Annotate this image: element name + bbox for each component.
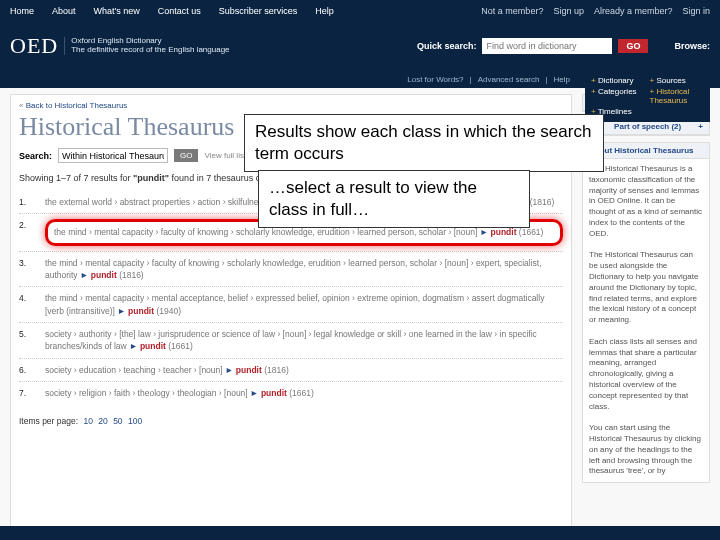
result-row[interactable]: 6. society › education › teaching › teac… [19, 358, 563, 381]
result-row[interactable]: 3. the mind › mental capacity › faculty … [19, 251, 563, 287]
ipp-10[interactable]: 10 [83, 416, 92, 426]
expand-icon[interactable]: ► [117, 306, 125, 316]
nav-subs[interactable]: Subscriber services [219, 6, 298, 16]
signin-link[interactable]: Sign in [682, 6, 710, 16]
quick-search-input[interactable] [482, 38, 612, 54]
logo-text: OED [10, 33, 58, 59]
result-row[interactable]: 7. society › religion › faith › theology… [19, 381, 563, 404]
page-title: Historical Thesaurus [19, 112, 234, 142]
nav-home[interactable]: Home [10, 6, 34, 16]
result-row[interactable]: 4. the mind › mental capacity › mental a… [19, 286, 563, 322]
breadcrumb: « Back to Historical Thesaurus [19, 101, 563, 110]
nav-help[interactable]: Help [315, 6, 334, 16]
logo-tag2: The definitive record of the English lan… [71, 46, 229, 55]
browse-dictionary[interactable]: + Dictionary [591, 76, 646, 85]
browse-thesaurus[interactable]: + Historical Thesaurus [650, 87, 705, 105]
quick-search-label: Quick search: [417, 41, 477, 51]
local-search-input[interactable] [58, 148, 168, 163]
local-search-go-button[interactable]: GO [174, 149, 198, 162]
expand-icon[interactable]: ► [80, 270, 88, 280]
local-search-label: Search: [19, 151, 52, 161]
expand-icon[interactable]: ► [129, 341, 137, 351]
browse-sources[interactable]: + Sources [650, 76, 705, 85]
expand-icon[interactable]: ► [480, 227, 488, 237]
ipp-100[interactable]: 100 [128, 416, 142, 426]
result-row[interactable]: 5. society › authority › [the] law › jur… [19, 322, 563, 358]
logo[interactable]: OED Oxford English Dictionary The defini… [10, 33, 230, 59]
browse-categories[interactable]: + Categories [591, 87, 646, 105]
adv-search-link[interactable]: Advanced search [478, 75, 540, 84]
browse-label: Browse: [674, 41, 710, 51]
items-per-page: Items per page: 10 20 50 100 [19, 416, 563, 426]
expand-icon[interactable]: ► [225, 365, 233, 375]
annotation-callout: Results show each class in which the sea… [244, 114, 604, 172]
footer-bar [0, 526, 720, 540]
not-member: Not a member? [481, 6, 543, 16]
ipp-50[interactable]: 50 [113, 416, 122, 426]
lost-link[interactable]: Lost for Words? [407, 75, 463, 84]
nav-about[interactable]: About [52, 6, 76, 16]
breadcrumb-back[interactable]: Back to Historical Thesaurus [26, 101, 128, 110]
ipp-20[interactable]: 20 [98, 416, 107, 426]
nav-contact[interactable]: Contact us [158, 6, 201, 16]
about-text: The Historical Thesaurus is a taxonomic … [583, 159, 709, 482]
top-nav: Home About What's new Contact us Subscri… [0, 0, 720, 22]
signup-link[interactable]: Sign up [553, 6, 584, 16]
annotation-callout: …select a result to view the class in fu… [258, 170, 530, 228]
quick-search-go-button[interactable]: GO [618, 39, 648, 53]
expand-icon[interactable]: ► [250, 388, 258, 398]
already-member: Already a member? [594, 6, 673, 16]
subbar-help-link[interactable]: Help [554, 75, 570, 84]
nav-new[interactable]: What's new [94, 6, 140, 16]
banner: OED Oxford English Dictionary The defini… [0, 22, 720, 70]
